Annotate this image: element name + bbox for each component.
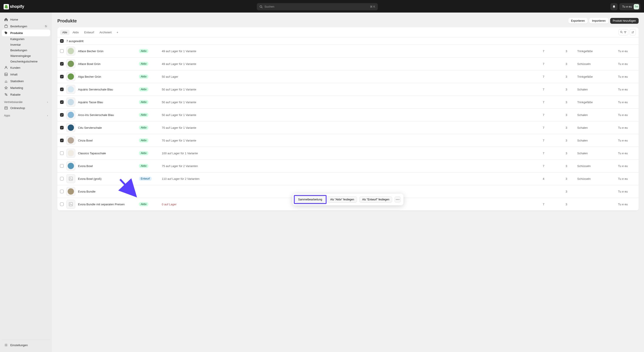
row-checkbox[interactable]	[60, 100, 64, 104]
row-checkbox[interactable]	[60, 139, 64, 142]
product-row[interactable]: Evora Bowl Aktiv 75 auf Lager für 2 Vari…	[57, 160, 638, 172]
logo[interactable]: shopify	[4, 4, 24, 9]
import-button[interactable]: Importieren	[589, 18, 608, 24]
product-row[interactable]: Alface Becher Grün Aktiv 49 auf Lager fü…	[57, 45, 638, 57]
bulk-more-button[interactable]	[394, 196, 401, 203]
product-name: Arco-íris Servierschale Blau	[78, 113, 136, 117]
product-image	[66, 72, 75, 81]
nav-item-content[interactable]: Inhalt	[2, 71, 50, 78]
product-thumbnail	[68, 150, 74, 156]
sort-button[interactable]	[630, 29, 636, 35]
add-tab-button[interactable]: +	[115, 29, 120, 35]
nav-sub-item-3[interactable]: Wareneingänge	[8, 53, 50, 59]
search-input[interactable]: Suchen ⌘ K	[257, 3, 378, 10]
svg-point-11	[620, 31, 622, 33]
nav-sub-item-2[interactable]: Bestellungen	[8, 47, 50, 53]
svg-point-7	[5, 93, 6, 94]
stock-info: 50 auf Lager für 1 Variante	[162, 100, 540, 104]
nav-item-products[interactable]: Produkte	[2, 29, 50, 36]
account-menu[interactable]: Tu e eu Tee	[619, 3, 640, 10]
badge: 5	[44, 25, 48, 27]
notifications-button[interactable]	[610, 3, 618, 10]
product-row[interactable]: Alga Becher Grün Aktiv 50 auf Lager 7 3 …	[57, 70, 638, 83]
nav-sub-item-0[interactable]: Kategorien	[8, 36, 50, 42]
vendor: Tu e eu	[618, 190, 636, 193]
add-product-button[interactable]: Produkt hinzufügen	[610, 18, 638, 24]
search-filter-button[interactable]	[618, 29, 628, 35]
row-checkbox[interactable]	[60, 177, 64, 180]
row-checkbox[interactable]	[60, 75, 64, 78]
nav-item-analytics[interactable]: Statistiken	[2, 78, 50, 84]
col-value-1: 7	[543, 164, 563, 168]
section-apps[interactable]: Apps ›	[2, 111, 50, 118]
svg-point-21	[397, 199, 398, 200]
nav-item-home[interactable]: Home	[2, 16, 50, 23]
product-thumbnail	[68, 48, 74, 54]
product-row[interactable]: Cinza Bowl Aktiv 70 auf Lager für 1 Vari…	[57, 134, 638, 147]
product-thumbnail	[68, 61, 74, 67]
selected-count: 7 ausgewählt	[66, 39, 84, 43]
chevron-right-icon: ›	[47, 100, 48, 104]
bell-icon	[612, 5, 616, 8]
search-icon	[260, 5, 262, 8]
page-title: Produkte	[57, 18, 77, 23]
nav-item-discounts[interactable]: Rabatte	[2, 91, 50, 98]
row-checkbox[interactable]	[60, 49, 64, 53]
product-row[interactable]: Evora Bowl (groß) Entwurf 110 auf Lager …	[57, 172, 638, 185]
filter-icon	[624, 31, 627, 34]
product-image	[66, 149, 75, 158]
svg-point-6	[5, 73, 6, 74]
nav-item-marketing[interactable]: Marketing	[2, 84, 50, 91]
vendor: Tu e eu	[618, 152, 636, 155]
set-active-button[interactable]: Als "Aktiv" festlegen	[328, 196, 357, 203]
product-row[interactable]: Classico Tapasschale Aktiv 100 auf Lager…	[57, 147, 638, 160]
bulk-edit-button[interactable]: Sammelbearbeitung	[295, 196, 325, 203]
nav-sub-item-4[interactable]: Geschenkgutscheine	[8, 59, 50, 64]
category: Schalen	[577, 126, 615, 129]
product-row[interactable]: Aquário Servierschale Blau Aktiv 50 auf …	[57, 83, 638, 96]
nav-item-customers[interactable]: Kunden	[2, 64, 50, 71]
row-checkbox[interactable]	[60, 190, 64, 193]
row-checkbox[interactable]	[60, 202, 64, 206]
nav-item-orders[interactable]: Bestellungen5	[2, 23, 50, 29]
tab-0[interactable]: Alle	[60, 30, 70, 35]
row-checkbox[interactable]	[60, 151, 64, 155]
svg-point-3	[5, 32, 6, 32]
svg-line-1	[262, 7, 262, 8]
row-checkbox[interactable]	[60, 113, 64, 117]
status-badge: Aktiv	[139, 62, 148, 66]
content-icon	[4, 72, 8, 76]
tab-1[interactable]: Aktiv	[70, 30, 81, 35]
category: Schalen	[577, 88, 615, 91]
category: Trinkgefäße	[577, 49, 615, 53]
export-button[interactable]: Exportieren	[568, 18, 588, 24]
product-row[interactable]: Arco-íris Servierschale Blau Aktiv 50 au…	[57, 109, 638, 121]
svg-rect-16	[69, 177, 72, 180]
select-all-checkbox[interactable]	[60, 39, 64, 43]
status-badge: Aktiv	[139, 126, 148, 130]
set-draft-button[interactable]: Als "Entwurf" festlegen	[359, 196, 392, 203]
tab-2[interactable]: Entwurf	[82, 30, 96, 35]
category: Schüsseln	[577, 177, 615, 180]
col-value-1: 7	[543, 62, 563, 66]
row-checkbox[interactable]	[60, 87, 64, 91]
product-row[interactable]: Céu Servierschale Aktiv 70 auf Lager für…	[57, 121, 638, 134]
nav-sub-item-1[interactable]: Inventar	[8, 42, 50, 47]
category: Schüsseln	[577, 164, 615, 168]
product-row[interactable]: Alface Bowl Grün Aktiv 49 auf Lager für …	[57, 57, 638, 70]
account-name: Tu e eu	[622, 5, 632, 8]
section-sales-channels[interactable]: Vertriebskanäle ›	[2, 98, 50, 105]
row-checkbox[interactable]	[60, 164, 64, 168]
nav-sales-item-store[interactable]: Onlineshop	[2, 105, 50, 111]
row-checkbox[interactable]	[60, 126, 64, 129]
product-name: Evora Bundle mit separaten Preisen	[78, 203, 136, 206]
chevron-right-icon: ›	[47, 114, 48, 117]
product-name: Alga Becher Grün	[78, 75, 136, 78]
product-row[interactable]: Aquário Tasse Blau Aktiv 50 auf Lager fü…	[57, 96, 638, 109]
tab-3[interactable]: Archiviert	[97, 30, 114, 35]
product-name: Alface Becher Grün	[78, 49, 136, 53]
row-checkbox[interactable]	[60, 62, 64, 66]
stock-info: 70 auf Lager für 1 Variante	[162, 126, 540, 129]
status-badge: Aktiv	[139, 138, 148, 142]
product-thumbnail	[68, 73, 74, 80]
